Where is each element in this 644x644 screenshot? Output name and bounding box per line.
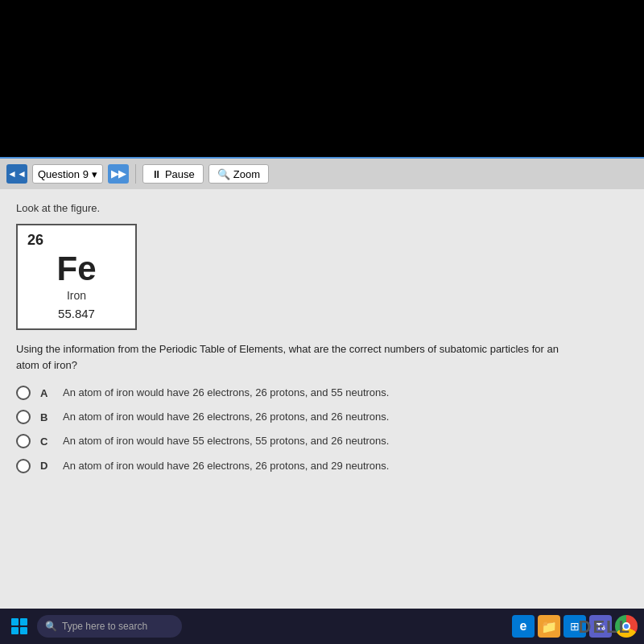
search-placeholder-text: Type here to search xyxy=(62,621,147,632)
pause-icon: ⏸ xyxy=(151,168,162,180)
dell-logo: DELL xyxy=(579,617,631,638)
taskbar-search[interactable]: 🔍 Type here to search xyxy=(37,615,182,638)
radio-button[interactable] xyxy=(16,386,31,400)
option-text: An atom of iron would have 26 electrons,… xyxy=(63,386,389,400)
zoom-icon: 🔍 xyxy=(217,168,230,180)
question-label: Question 9 xyxy=(38,168,89,180)
next-button[interactable]: ▶▶ xyxy=(108,164,129,184)
radio-button[interactable] xyxy=(16,410,31,424)
option-letter: A xyxy=(40,387,53,399)
prev-button[interactable]: ◄◄ xyxy=(6,164,27,184)
option-item[interactable]: A An atom of iron would have 26 electron… xyxy=(16,386,628,400)
options-list: A An atom of iron would have 26 electron… xyxy=(16,386,628,473)
option-text: An atom of iron would have 26 electrons,… xyxy=(63,410,389,424)
radio-button[interactable] xyxy=(16,434,31,448)
option-letter: D xyxy=(40,460,53,472)
taskbar: 🔍 Type here to search e 📁 ⊞ T₆ xyxy=(0,609,644,644)
pause-label: Pause xyxy=(165,168,195,180)
pause-button[interactable]: ⏸ Pause xyxy=(142,164,204,184)
option-item[interactable]: D An atom of iron would have 26 electron… xyxy=(16,459,628,473)
instruction-text: Look at the figure. xyxy=(16,202,628,214)
top-black-area xyxy=(0,0,644,157)
folder-icon[interactable]: 📁 xyxy=(538,615,560,638)
option-text: An atom of iron would have 26 electrons,… xyxy=(63,459,389,473)
windows-logo-icon xyxy=(11,618,27,634)
option-item[interactable]: C An atom of iron would have 55 electron… xyxy=(16,434,628,448)
start-button[interactable] xyxy=(6,613,32,639)
search-icon: 🔍 xyxy=(45,621,57,632)
edge-icon[interactable]: e xyxy=(512,615,535,638)
option-letter: C xyxy=(40,436,53,448)
element-symbol: Fe xyxy=(27,252,126,286)
element-mass: 55.847 xyxy=(58,307,95,320)
element-name: Iron xyxy=(67,289,86,302)
radio-button[interactable] xyxy=(16,459,31,473)
toolbar-divider xyxy=(135,164,136,184)
element-box: 26 Fe Iron 55.847 xyxy=(16,224,137,330)
main-content: Look at the figure. 26 Fe Iron 55.847 Us… xyxy=(0,189,644,608)
dropdown-arrow-icon: ▾ xyxy=(92,168,97,180)
element-number: 26 xyxy=(27,232,43,249)
zoom-label: Zoom xyxy=(233,168,260,180)
zoom-button[interactable]: 🔍 Zoom xyxy=(208,164,269,184)
option-item[interactable]: B An atom of iron would have 26 electron… xyxy=(16,410,628,424)
toolbar: ◄◄ Question 9 ▾ ▶▶ ⏸ Pause 🔍 Zoom xyxy=(0,157,644,189)
question-text: Using the information from the Periodic … xyxy=(16,341,564,373)
option-text: An atom of iron would have 55 electrons,… xyxy=(63,434,389,448)
question-selector[interactable]: Question 9 ▾ xyxy=(32,164,103,184)
option-letter: B xyxy=(40,411,53,423)
